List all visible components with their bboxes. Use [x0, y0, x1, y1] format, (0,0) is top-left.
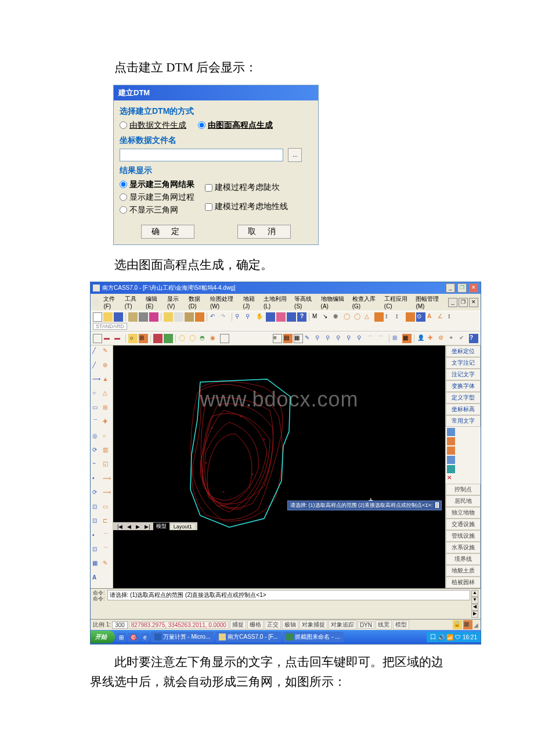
- layer-icon[interactable]: [276, 312, 286, 322]
- rp-font-change[interactable]: 变换字体: [446, 380, 481, 392]
- spray-icon[interactable]: ⊛: [102, 361, 111, 370]
- scale-icon[interactable]: ⊡: [92, 503, 101, 512]
- save-icon[interactable]: [114, 312, 123, 322]
- dot2-icon[interactable]: •: [92, 531, 101, 541]
- rp-ann-text[interactable]: 注记文字: [446, 369, 481, 380]
- file-path-input[interactable]: [120, 149, 283, 161]
- win1-icon[interactable]: ⊞: [392, 334, 401, 343]
- xline-icon[interactable]: ╱: [92, 361, 101, 370]
- cross-icon[interactable]: ✚: [102, 417, 111, 427]
- maximize-button[interactable]: ❐: [457, 283, 467, 293]
- rp-ic-4[interactable]: [447, 456, 455, 464]
- grid-icon[interactable]: ⊞: [102, 404, 111, 413]
- cmd-scroll-down[interactable]: ▼: [471, 597, 478, 604]
- rp-water[interactable]: 水系设施: [446, 542, 481, 553]
- dyn-toggle[interactable]: DYN: [358, 621, 374, 629]
- arc-icon[interactable]: ⌒: [92, 417, 101, 427]
- rp-ic-2[interactable]: [447, 437, 455, 445]
- red-icon[interactable]: [153, 334, 163, 343]
- cmd-scroll-left[interactable]: ◀: [471, 604, 478, 611]
- menu-landuse[interactable]: 土地利用(L): [264, 295, 290, 309]
- tray-clock[interactable]: 16:21: [463, 634, 477, 640]
- dot1-icon[interactable]: ✦: [448, 334, 457, 343]
- tab-first[interactable]: |◀: [116, 524, 124, 530]
- scale-value[interactable]: 300: [112, 621, 128, 629]
- tool-snap-icon[interactable]: ⊕: [333, 312, 342, 322]
- rp-pipeline[interactable]: 管线设施: [446, 530, 481, 542]
- tool-dim2-icon[interactable]: ⟟: [395, 312, 405, 322]
- menu-view[interactable]: 显示(V): [167, 295, 184, 309]
- style-combo[interactable]: STANDARD: [93, 323, 127, 330]
- radio-from-screen[interactable]: 由图面高程点生成: [198, 120, 273, 131]
- dot2-icon[interactable]: ✔: [459, 334, 468, 343]
- browse-button[interactable]: ...: [288, 148, 302, 162]
- tab-next[interactable]: ▶: [134, 524, 142, 530]
- tool-rec-icon[interactable]: ⊙: [416, 312, 425, 322]
- zoom-all-icon[interactable]: [266, 312, 275, 322]
- tool-dim-icon[interactable]: ⟟: [385, 312, 394, 322]
- open-icon[interactable]: [103, 312, 113, 322]
- status-tab-icon[interactable]: ▦: [463, 620, 472, 629]
- green-icon[interactable]: [164, 334, 173, 343]
- rp-common-text[interactable]: 常用文字: [446, 415, 481, 427]
- radio-show-process-input[interactable]: [120, 193, 127, 201]
- gear-icon[interactable]: ⚙: [438, 334, 447, 343]
- cutOC-icon[interactable]: [164, 312, 173, 322]
- rect-icon[interactable]: ▭: [92, 404, 101, 413]
- rp-font-define[interactable]: 定义字型: [446, 392, 481, 404]
- zoom2-icon[interactable]: ⚲: [315, 334, 324, 343]
- menu-check[interactable]: 检查入库(G): [352, 295, 380, 309]
- radio-from-screen-input[interactable]: [198, 121, 205, 129]
- menu-tools[interactable]: 工具(T): [125, 295, 141, 309]
- zoom3-icon[interactable]: ⚲: [325, 334, 334, 343]
- paste-icon[interactable]: [185, 312, 194, 322]
- model-toggle[interactable]: 模型: [393, 620, 409, 629]
- tool-txt-icon[interactable]: [406, 312, 415, 322]
- img-icon[interactable]: ▦: [92, 559, 101, 568]
- view1-icon[interactable]: ≡: [273, 334, 282, 343]
- ortho-toggle[interactable]: 正交: [265, 620, 281, 629]
- print-icon[interactable]: [128, 312, 138, 322]
- new-icon[interactable]: [93, 312, 102, 322]
- redo-icon[interactable]: ↷: [220, 312, 229, 322]
- rp-ic-6[interactable]: ✕: [447, 474, 455, 483]
- pline-icon[interactable]: ⟿: [92, 375, 101, 384]
- undo-icon[interactable]: ↶: [210, 312, 219, 322]
- tool-m-icon[interactable]: M: [312, 312, 321, 322]
- text-a-icon[interactable]: A: [92, 574, 101, 583]
- radio-show-result[interactable]: 显示建三角网结果: [120, 179, 194, 190]
- ltype-icon[interactable]: ⊞: [139, 334, 148, 343]
- target-icon[interactable]: ◎: [92, 432, 101, 441]
- frame-icon[interactable]: ⊡: [92, 545, 101, 555]
- radio-show-process[interactable]: 显示建三角网过程: [120, 192, 194, 203]
- tab-layout1[interactable]: Layout1: [171, 524, 195, 530]
- tool-m2-icon[interactable]: ⟟: [448, 312, 457, 322]
- arc2-icon[interactable]: ⌒: [377, 334, 387, 343]
- help2-icon[interactable]: ?: [469, 334, 478, 343]
- color-icon[interactable]: ☼: [128, 334, 138, 343]
- grid-toggle[interactable]: 栅格: [247, 620, 264, 629]
- radio-from-file-input[interactable]: [120, 121, 127, 129]
- tri-icon[interactable]: ▲: [102, 375, 111, 384]
- cmd-scroll-up[interactable]: ▲: [471, 590, 478, 597]
- osnap2-icon[interactable]: ◯: [189, 334, 198, 343]
- zoom5-icon[interactable]: ⚲: [346, 334, 355, 343]
- point-icon[interactable]: ⊡: [92, 517, 101, 526]
- menu-contour[interactable]: 等高线(S): [294, 295, 316, 309]
- menu-engineering[interactable]: 工程应用(C): [384, 295, 412, 309]
- tray-net-icon[interactable]: 📶: [446, 634, 453, 640]
- tri2-icon[interactable]: △: [102, 389, 111, 398]
- tool-sel-icon[interactable]: ◯: [353, 312, 363, 322]
- circle-icon[interactable]: ○: [92, 389, 101, 398]
- osnap4-icon[interactable]: ◉: [210, 334, 219, 343]
- check-cliff[interactable]: 建模过程考虑陡坎: [205, 182, 288, 193]
- dash-icon[interactable]: ⟿: [102, 474, 111, 484]
- mdi-restore[interactable]: ❐: [459, 298, 468, 307]
- check-terrain-line-input[interactable]: [205, 203, 212, 211]
- polar-toggle[interactable]: 极轴: [282, 620, 298, 629]
- tool-box-icon[interactable]: [374, 312, 384, 322]
- lock-icon[interactable]: ▬: [114, 334, 123, 343]
- rp-text-ann[interactable]: 文字注记: [446, 357, 481, 369]
- radio-from-file[interactable]: 由数据文件生成: [120, 120, 186, 131]
- menu-cadastre[interactable]: 地籍(J): [243, 295, 259, 309]
